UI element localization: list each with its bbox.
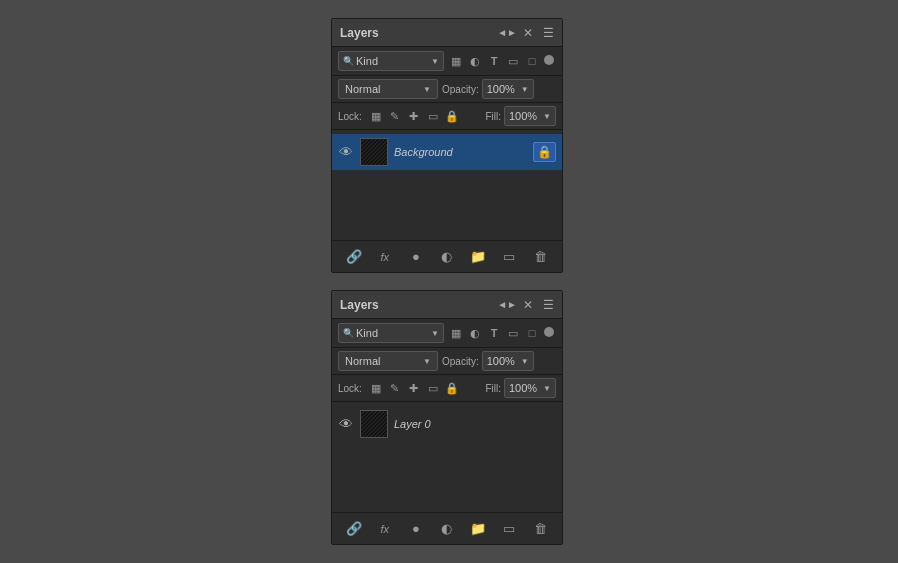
- smart-filter-icon-2[interactable]: □: [524, 325, 540, 341]
- panel-2-header: Layers ◄► ✕ ☰: [332, 291, 562, 319]
- panel-1-header-left: Layers: [340, 26, 379, 40]
- kind-arrow-1: ▼: [431, 57, 439, 66]
- blend-dropdown-2[interactable]: Normal ▼: [338, 351, 438, 371]
- lock-brush-icon-2[interactable]: ✎: [387, 380, 403, 396]
- type-filter-icon[interactable]: T: [486, 53, 502, 69]
- layer-delete-icon[interactable]: 🗑: [530, 247, 550, 267]
- panel-1-kind-row: 🔍 Kind ▼ ▦ ◐ T ▭ □: [332, 47, 562, 76]
- fill-arrow-1: ▼: [543, 112, 551, 121]
- kind-dropdown-2[interactable]: 🔍 Kind ▼: [338, 323, 444, 343]
- layer-visibility-background[interactable]: 👁: [338, 144, 354, 160]
- blend-label-1: Normal: [345, 83, 423, 95]
- kind-label-2: Kind: [356, 327, 431, 339]
- layer-folder-icon-2[interactable]: 📁: [468, 519, 488, 539]
- layer-name-background: Background: [394, 146, 527, 158]
- panel-2-fill-section: Fill: 100% ▼: [485, 378, 556, 398]
- fill-label-1: Fill:: [485, 111, 501, 122]
- blend-arrow-1: ▼: [423, 85, 431, 94]
- kind-arrow-2: ▼: [431, 329, 439, 338]
- blend-label-2: Normal: [345, 355, 423, 367]
- panel-1-lock-row: Lock: ▦ ✎ ✚ ▭ 🔒 Fill: 100% ▼: [332, 103, 562, 130]
- layers-panel-2: Layers ◄► ✕ ☰ 🔍 Kind ▼ ▦ ◐ T ▭ □ Normal …: [331, 290, 563, 545]
- opacity-value-1[interactable]: 100% ▼: [482, 79, 534, 99]
- collapse-icon[interactable]: ◄►: [497, 27, 517, 38]
- layer-thumb-layer0: [360, 410, 388, 438]
- layer-name-layer0: Layer 0: [394, 418, 556, 430]
- layer-duplicate-icon[interactable]: ▭: [499, 247, 519, 267]
- menu-icon[interactable]: ☰: [543, 26, 554, 40]
- smart-filter-icon[interactable]: □: [524, 53, 540, 69]
- panel-2-bottom-bar: 🔗 fx ● ◐ 📁 ▭ 🗑: [332, 512, 562, 544]
- fill-value-1[interactable]: 100% ▼: [504, 106, 556, 126]
- layer-mask-icon[interactable]: ●: [406, 247, 426, 267]
- layers-panel-1: Layers ◄► ✕ ☰ 🔍 Kind ▼ ▦ ◐ T ▭ □ Normal …: [331, 18, 563, 273]
- pixel-filter-icon[interactable]: ▦: [448, 53, 464, 69]
- circle-indicator-1: [544, 55, 556, 67]
- opacity-num-1: 100%: [487, 83, 521, 95]
- layer-item-layer0[interactable]: 👁 Layer 0: [332, 406, 562, 442]
- panel-2-layers-content: 👁 Layer 0: [332, 402, 562, 462]
- search-icon-2: 🔍: [343, 328, 354, 338]
- layer-item-background[interactable]: 👁 Background 🔒: [332, 134, 562, 170]
- blend-arrow-2: ▼: [423, 357, 431, 366]
- layer-fx-icon[interactable]: fx: [375, 247, 395, 267]
- panel-1-filter-icons: ▦ ◐ T ▭ □: [448, 53, 540, 69]
- adjust-filter-icon[interactable]: ◐: [467, 53, 483, 69]
- close-icon[interactable]: ✕: [523, 26, 533, 40]
- kind-dropdown-1[interactable]: 🔍 Kind ▼: [338, 51, 444, 71]
- lock-artboard-icon[interactable]: ▭: [425, 108, 441, 124]
- panel-1-bottom-bar: 🔗 fx ● ◐ 📁 ▭ 🗑: [332, 240, 562, 272]
- lock-brush-icon[interactable]: ✎: [387, 108, 403, 124]
- lock-all-icon[interactable]: 🔒: [444, 108, 460, 124]
- layer-adjust-icon-2[interactable]: ◐: [437, 519, 457, 539]
- adjust-filter-icon-2[interactable]: ◐: [467, 325, 483, 341]
- lock-label-1: Lock:: [338, 111, 362, 122]
- opacity-arrow-2: ▼: [521, 357, 529, 366]
- opacity-value-2[interactable]: 100% ▼: [482, 351, 534, 371]
- fill-value-2[interactable]: 100% ▼: [504, 378, 556, 398]
- lock-pixels-icon[interactable]: ▦: [368, 108, 384, 124]
- shape-filter-icon-2[interactable]: ▭: [505, 325, 521, 341]
- panel-1-title: Layers: [340, 26, 379, 40]
- opacity-label-2: Opacity:: [442, 356, 479, 367]
- lock-move-icon-2[interactable]: ✚: [406, 380, 422, 396]
- panel-1-empty-space: [332, 190, 562, 240]
- layer-fx-icon-2[interactable]: fx: [375, 519, 395, 539]
- panel-2-blend-row: Normal ▼ Opacity: 100% ▼: [332, 348, 562, 375]
- pixel-filter-icon-2[interactable]: ▦: [448, 325, 464, 341]
- layer-folder-icon[interactable]: 📁: [468, 247, 488, 267]
- close-icon-2[interactable]: ✕: [523, 298, 533, 312]
- fill-label-2: Fill:: [485, 383, 501, 394]
- layer-link-icon-2[interactable]: 🔗: [344, 519, 364, 539]
- layer-link-icon[interactable]: 🔗: [344, 247, 364, 267]
- lock-move-icon[interactable]: ✚: [406, 108, 422, 124]
- layer-visibility-layer0[interactable]: 👁: [338, 416, 354, 432]
- lock-pixels-icon-2[interactable]: ▦: [368, 380, 384, 396]
- panel-2-opacity-section: Opacity: 100% ▼: [442, 351, 556, 371]
- type-filter-icon-2[interactable]: T: [486, 325, 502, 341]
- kind-label-1: Kind: [356, 55, 431, 67]
- layer-mask-icon-2[interactable]: ●: [406, 519, 426, 539]
- fill-num-2: 100%: [509, 382, 543, 394]
- panel-2-lock-row: Lock: ▦ ✎ ✚ ▭ 🔒 Fill: 100% ▼: [332, 375, 562, 402]
- panel-1-header: Layers ◄► ✕ ☰: [332, 19, 562, 47]
- lock-all-icon-2[interactable]: 🔒: [444, 380, 460, 396]
- panel-2-header-right: ◄► ✕ ☰: [497, 298, 554, 312]
- layer-delete-icon-2[interactable]: 🗑: [530, 519, 550, 539]
- layer-thumb-bg-background: [361, 139, 387, 165]
- layer-lock-background: 🔒: [533, 142, 556, 162]
- panel-1-lock-icons: ▦ ✎ ✚ ▭ 🔒: [368, 108, 482, 124]
- shape-filter-icon[interactable]: ▭: [505, 53, 521, 69]
- layer-adjust-icon[interactable]: ◐: [437, 247, 457, 267]
- panel-1-header-right: ◄► ✕ ☰: [497, 26, 554, 40]
- collapse-icon-2[interactable]: ◄►: [497, 299, 517, 310]
- panel-2-kind-row: 🔍 Kind ▼ ▦ ◐ T ▭ □: [332, 319, 562, 348]
- panel-2-filter-icons: ▦ ◐ T ▭ □: [448, 325, 540, 341]
- layer-duplicate-icon-2[interactable]: ▭: [499, 519, 519, 539]
- circle-indicator-2: [544, 327, 556, 339]
- menu-icon-2[interactable]: ☰: [543, 298, 554, 312]
- blend-dropdown-1[interactable]: Normal ▼: [338, 79, 438, 99]
- lock-artboard-icon-2[interactable]: ▭: [425, 380, 441, 396]
- panel-1-fill-section: Fill: 100% ▼: [485, 106, 556, 126]
- panel-1-blend-row: Normal ▼ Opacity: 100% ▼: [332, 76, 562, 103]
